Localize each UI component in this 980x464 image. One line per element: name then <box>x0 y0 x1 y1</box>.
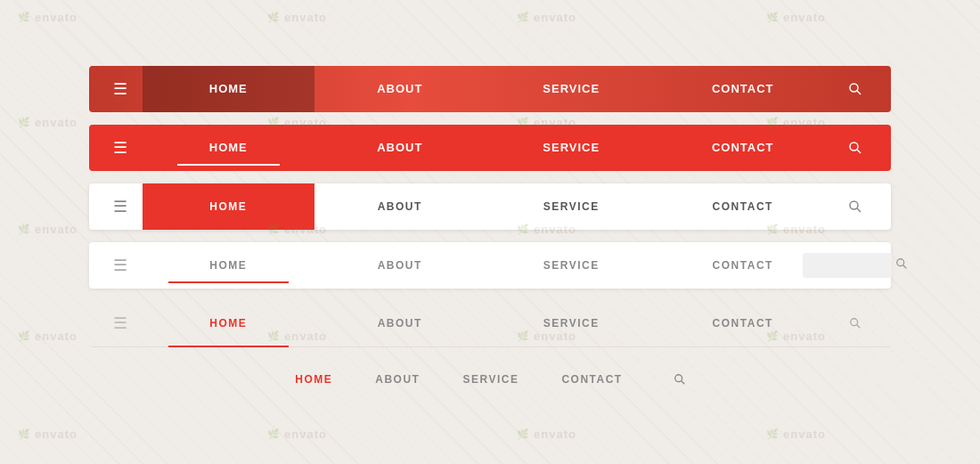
hamburger-menu-1[interactable]: ☰ <box>98 79 143 99</box>
navbar-1: ☰ HOME ABOUT SERVICE CONTACT <box>89 66 891 112</box>
nav-contact-1[interactable]: CONTACT <box>657 66 829 112</box>
nav-home-2[interactable]: HOME <box>143 125 314 171</box>
nav-items-5: HOME ABOUT SERVICE CONTACT <box>143 301 829 346</box>
search-input-4[interactable] <box>803 253 892 278</box>
nav-about-5[interactable]: ABOUT <box>314 301 486 346</box>
hamburger-menu-3[interactable]: ☰ <box>98 197 143 216</box>
svg-line-9 <box>857 325 861 329</box>
nav-service-5[interactable]: SERVICE <box>486 301 657 346</box>
hamburger-menu-5[interactable]: ☰ <box>98 313 143 333</box>
nav-about-2[interactable]: ABOUT <box>314 125 486 171</box>
nav-items-1: HOME ABOUT SERVICE CONTACT <box>143 66 829 112</box>
svg-line-1 <box>857 91 861 94</box>
svg-line-3 <box>857 150 861 153</box>
svg-point-4 <box>850 201 858 209</box>
search-button-3[interactable] <box>829 199 882 214</box>
nav-service-4[interactable]: SERVICE <box>486 242 657 289</box>
nav-items-6: HOME ABOUT SERVICE CONTACT <box>274 360 643 399</box>
svg-point-0 <box>850 84 858 92</box>
search-area-4 <box>829 253 882 278</box>
navbar-6: HOME ABOUT SERVICE CONTACT <box>89 360 891 399</box>
svg-line-5 <box>857 208 861 212</box>
nav-contact-6[interactable]: CONTACT <box>540 360 643 399</box>
navbar-4: ☰ HOME ABOUT SERVICE CONTACT <box>89 242 891 289</box>
nav-contact-3[interactable]: CONTACT <box>657 183 829 230</box>
nav-home-5[interactable]: HOME <box>143 301 314 346</box>
search-button-2[interactable] <box>829 141 882 155</box>
nav-items-2: HOME ABOUT SERVICE CONTACT <box>143 125 829 171</box>
svg-point-6 <box>897 259 904 266</box>
navbars-container: ☰ HOME ABOUT SERVICE CONTACT ☰ HOME ABOU… <box>89 66 891 399</box>
search-button-5[interactable] <box>829 317 882 330</box>
nav-service-6[interactable]: SERVICE <box>441 360 540 399</box>
svg-point-8 <box>851 319 858 326</box>
nav-contact-2[interactable]: CONTACT <box>657 125 829 171</box>
nav-about-3[interactable]: ABOUT <box>314 183 486 230</box>
navbar-5: ☰ HOME ABOUT SERVICE CONTACT <box>89 301 891 347</box>
nav-home-3[interactable]: HOME <box>143 183 314 230</box>
nav-home-6[interactable]: HOME <box>274 360 354 399</box>
nav-about-1[interactable]: ABOUT <box>314 66 486 112</box>
nav-items-3: HOME ABOUT SERVICE CONTACT <box>143 183 829 230</box>
hamburger-menu-4[interactable]: ☰ <box>98 256 143 275</box>
nav-service-2[interactable]: SERVICE <box>486 125 657 171</box>
nav-about-4[interactable]: ABOUT <box>314 242 486 289</box>
search-button-6[interactable] <box>653 373 706 386</box>
svg-point-2 <box>850 142 858 151</box>
navbar-3: ☰ HOME ABOUT SERVICE CONTACT <box>89 183 891 230</box>
nav-service-3[interactable]: SERVICE <box>486 183 657 230</box>
nav-about-6[interactable]: ABOUT <box>354 360 441 399</box>
nav-home-1[interactable]: HOME <box>143 66 314 112</box>
nav-home-4[interactable]: HOME <box>143 242 314 289</box>
svg-line-7 <box>903 265 907 269</box>
nav-service-1[interactable]: SERVICE <box>486 66 657 112</box>
nav-contact-5[interactable]: CONTACT <box>657 301 829 346</box>
hamburger-menu-2[interactable]: ☰ <box>98 138 143 158</box>
svg-line-11 <box>681 380 684 384</box>
nav-items-4: HOME ABOUT SERVICE CONTACT <box>143 242 829 289</box>
search-icon-4[interactable] <box>895 257 908 273</box>
svg-point-10 <box>674 374 682 381</box>
navbar-2: ☰ HOME ABOUT SERVICE CONTACT <box>89 125 891 171</box>
search-button-1[interactable] <box>829 82 882 96</box>
